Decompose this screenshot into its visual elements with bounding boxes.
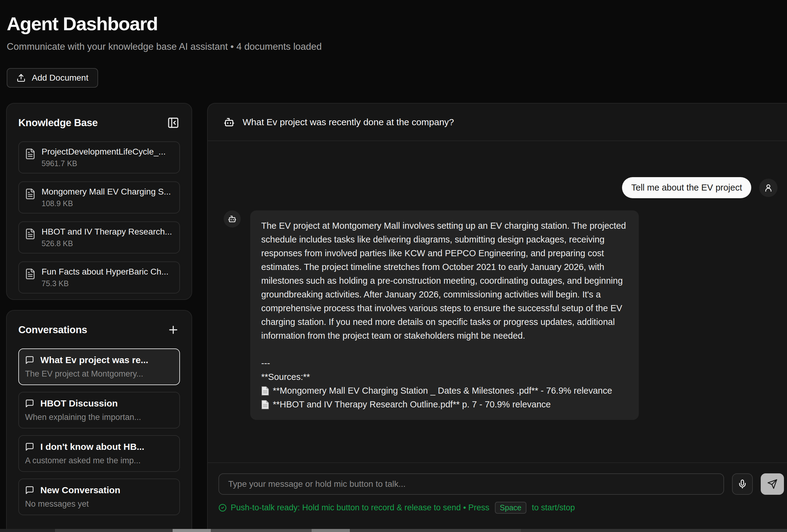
file-text-icon — [24, 267, 36, 280]
push-to-talk-status: Push-to-talk ready: Hold mic button to r… — [218, 502, 784, 514]
conversation-preview: When explaining the importan... — [25, 413, 173, 422]
user-message-row: Tell me about the EV project — [224, 177, 778, 198]
chat-header: What Ev project was recently done at the… — [208, 104, 787, 141]
document-name: ProjectDevelopmentLifeCycle_... — [42, 147, 166, 157]
send-button[interactable] — [761, 473, 784, 495]
assistant-avatar — [224, 210, 241, 227]
chat-header-question: What Ev project was recently done at the… — [242, 117, 454, 127]
conversation-title: What Ev project was re... — [40, 355, 148, 365]
messages-area: Tell me about the EV project — [208, 141, 787, 462]
conversation-item[interactable]: HBOT Discussion When explaining the impo… — [18, 392, 180, 428]
conversation-item[interactable]: New Conversation No messages yet — [18, 479, 180, 515]
document-item[interactable]: Mongomery Mall EV Charging S... 108.9 KB — [18, 181, 180, 214]
knowledge-base-title: Knowledge Base — [18, 117, 98, 129]
panel-left-close-icon — [167, 117, 180, 129]
assistant-message-divider: --- — [261, 356, 628, 370]
page-icon — [261, 400, 269, 409]
conversation-item-active[interactable]: What Ev project was re... The EV project… — [18, 349, 180, 385]
background-window-strip — [0, 529, 787, 532]
source-text: **Mongomery Mall EV Charging Station _ D… — [273, 384, 612, 398]
conversation-item[interactable]: I don't know about HB... A customer aske… — [18, 435, 180, 472]
conversations-panel: Conversations What Ev — [6, 310, 192, 532]
assistant-message-row: The EV project at Montgomery Mall involv… — [224, 210, 778, 420]
mic-button[interactable] — [732, 473, 753, 495]
sidebar: Knowledge Base ProjectDevelopmen — [6, 103, 192, 532]
file-text-icon — [24, 187, 36, 200]
source-text: **HBOT and IV Therapy Research Outline.p… — [273, 398, 551, 412]
conversation-title: HBOT Discussion — [40, 398, 118, 408]
upload-icon — [17, 73, 26, 83]
assistant-message-bubble: The EV project at Montgomery Mall involv… — [250, 210, 639, 420]
document-item[interactable]: Fun Facts about HyperBaric Ch... 75.3 KB — [18, 261, 180, 293]
document-name: Fun Facts about HyperBaric Ch... — [42, 267, 169, 277]
bot-icon — [228, 215, 236, 223]
source-row: **Mongomery Mall EV Charging Station _ D… — [261, 384, 628, 398]
file-text-icon — [24, 227, 36, 240]
assistant-message-body: The EV project at Montgomery Mall involv… — [261, 219, 628, 343]
message-square-icon — [25, 486, 34, 495]
document-size: 526.8 KB — [42, 239, 172, 248]
source-row: **HBOT and IV Therapy Research Outline.p… — [261, 398, 628, 412]
conversation-title: I don't know about HB... — [40, 442, 144, 452]
knowledge-base-panel: Knowledge Base ProjectDevelopmen — [6, 103, 192, 300]
bot-icon — [224, 117, 235, 128]
send-icon — [767, 479, 778, 489]
document-size: 5961.7 KB — [42, 159, 166, 168]
document-name: HBOT and IV Therapy Research... — [42, 227, 172, 237]
user-icon — [764, 183, 773, 193]
user-message-bubble: Tell me about the EV project — [622, 177, 751, 198]
conversation-title: New Conversation — [40, 485, 120, 495]
document-name: Mongomery Mall EV Charging S... — [42, 187, 171, 197]
message-square-icon — [25, 399, 34, 408]
conversation-preview: A customer asked me the imp... — [25, 456, 173, 465]
space-key-chip: Space — [495, 502, 526, 514]
file-text-icon — [24, 147, 36, 160]
status-text-prefix: Push-to-talk ready: Hold mic button to r… — [231, 503, 489, 512]
page-title: Agent Dashboard — [7, 13, 787, 35]
message-square-icon — [25, 442, 34, 451]
user-avatar — [759, 179, 778, 197]
document-size: 108.9 KB — [42, 199, 171, 208]
chat-input-section: Push-to-talk ready: Hold mic button to r… — [208, 462, 787, 532]
mic-icon — [738, 479, 747, 489]
plus-icon — [167, 324, 180, 336]
chat-panel: What Ev project was recently done at the… — [207, 103, 787, 532]
message-square-icon — [25, 355, 34, 364]
message-input[interactable] — [218, 473, 724, 495]
document-size: 75.3 KB — [42, 279, 169, 288]
document-item[interactable]: HBOT and IV Therapy Research... 526.8 KB — [18, 221, 180, 253]
sources-header: **Sources:** — [261, 370, 628, 384]
circle-check-icon — [218, 504, 227, 512]
conversations-title: Conversations — [18, 324, 87, 336]
page-subtitle: Communicate with your knowledge base AI … — [7, 41, 787, 52]
knowledge-base-header: Knowledge Base — [18, 116, 180, 129]
page-header: Agent Dashboard Communicate with your kn… — [0, 0, 787, 52]
collapse-panel-button[interactable] — [167, 116, 180, 129]
add-document-button[interactable]: Add Document — [7, 68, 98, 88]
document-item[interactable]: ProjectDevelopmentLifeCycle_... 5961.7 K… — [18, 141, 180, 174]
conversations-header: Conversations — [18, 324, 180, 336]
conversation-preview: No messages yet — [25, 499, 173, 509]
page-icon — [261, 386, 269, 396]
add-document-label: Add Document — [32, 73, 88, 83]
status-text-suffix: to start/stop — [532, 503, 575, 512]
new-conversation-button[interactable] — [167, 324, 180, 336]
conversation-preview: The EV project at Montgomery... — [25, 369, 173, 379]
main-content: Knowledge Base ProjectDevelopmen — [6, 103, 787, 532]
